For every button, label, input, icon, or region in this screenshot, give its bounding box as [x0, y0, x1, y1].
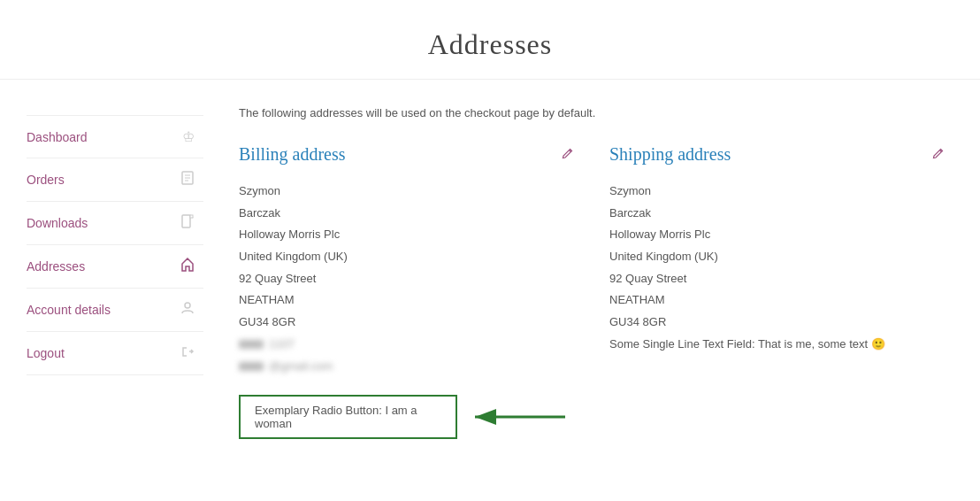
- sidebar-item-dashboard-label: Dashboard: [27, 130, 88, 144]
- sidebar-item-dashboard[interactable]: Dashboard ♔: [27, 115, 203, 158]
- billing-line-4: United Kingdom (UK): [239, 246, 574, 268]
- shipping-line-3: Holloway Morris Plc: [609, 224, 945, 246]
- shipping-edit-icon[interactable]: [932, 147, 945, 163]
- shipping-extra-text: Some Single Line Text Field: That is me,…: [609, 334, 885, 356]
- dashboard-icon: ♔: [182, 128, 195, 145]
- billing-line-5: 92 Quay Street: [239, 268, 574, 290]
- shipping-address-header: Shipping address: [609, 144, 945, 165]
- svg-point-6: [185, 303, 190, 308]
- page-header: Addresses: [0, 0, 980, 80]
- billing-line-8-blurred: 1107: [239, 334, 574, 356]
- info-text: The following addresses will be used on …: [239, 106, 945, 119]
- arrow-icon: [468, 406, 574, 428]
- sidebar-item-downloads-label: Downloads: [27, 216, 88, 230]
- shipping-line-5: 92 Quay Street: [609, 268, 945, 290]
- arrow-container: [468, 406, 574, 428]
- sidebar: Dashboard ♔ Orders Downloads: [0, 97, 203, 483]
- billing-line-3: Holloway Morris Plc: [239, 224, 574, 246]
- shipping-address-lines: Szymon Barczak Holloway Morris Plc Unite…: [609, 181, 945, 356]
- sidebar-item-account-details[interactable]: Account details: [27, 289, 203, 332]
- billing-line-6: NEATHAM: [239, 289, 574, 312]
- main-content: The following addresses will be used on …: [203, 97, 980, 483]
- shipping-line-7: GU34 8GR: [609, 312, 945, 334]
- sidebar-item-orders[interactable]: Orders: [27, 158, 203, 202]
- shipping-line-1: Szymon: [609, 181, 945, 203]
- shipping-line-6: NEATHAM: [609, 289, 945, 312]
- sidebar-item-orders-label: Orders: [27, 173, 65, 187]
- billing-address-lines: Szymon Barczak Holloway Morris Plc Unite…: [239, 181, 574, 377]
- shipping-extra-line: Some Single Line Text Field: That is me,…: [609, 334, 945, 356]
- billing-line-9-blurred: @gmail.com: [239, 356, 574, 378]
- sidebar-item-logout[interactable]: Logout: [27, 332, 203, 375]
- shipping-address-title: Shipping address: [609, 144, 731, 165]
- billing-address-header: Billing address: [239, 144, 574, 165]
- radio-button-box: Exemplary Radio Button: I am a woman: [239, 395, 457, 439]
- svg-rect-4: [182, 215, 190, 227]
- page-title: Addresses: [0, 28, 980, 61]
- radio-button-label: Exemplary Radio Button: I am a woman: [255, 404, 417, 430]
- billing-address-title: Billing address: [239, 144, 346, 165]
- addresses-grid: Billing address Szymon Barczak Holloway …: [239, 144, 945, 439]
- svg-rect-5: [190, 215, 193, 218]
- billing-line-7: GU34 8GR: [239, 312, 574, 334]
- downloads-icon: [180, 214, 195, 232]
- sidebar-item-downloads[interactable]: Downloads: [27, 202, 203, 245]
- radio-button-row: Exemplary Radio Button: I am a woman: [239, 395, 574, 439]
- shipping-line-4: United Kingdom (UK): [609, 246, 945, 268]
- account-details-icon: [180, 301, 195, 319]
- billing-line-2: Barczak: [239, 203, 574, 225]
- billing-edit-icon[interactable]: [562, 147, 574, 163]
- sidebar-item-logout-label: Logout: [27, 346, 65, 360]
- shipping-line-2: Barczak: [609, 203, 945, 225]
- page-wrapper: Addresses Dashboard ♔ Orders: [0, 0, 980, 501]
- billing-address-col: Billing address Szymon Barczak Holloway …: [239, 144, 574, 439]
- content-area: Dashboard ♔ Orders Downloads: [0, 80, 980, 501]
- sidebar-item-addresses-label: Addresses: [27, 259, 85, 274]
- billing-line-1: Szymon: [239, 181, 574, 203]
- sidebar-item-addresses[interactable]: Addresses: [27, 245, 203, 289]
- shipping-address-col: Shipping address Szymon Barczak Holloway…: [609, 144, 945, 439]
- orders-icon: [180, 171, 195, 189]
- logout-icon: [180, 344, 195, 362]
- sidebar-item-account-details-label: Account details: [27, 303, 111, 317]
- addresses-icon: [180, 258, 195, 275]
